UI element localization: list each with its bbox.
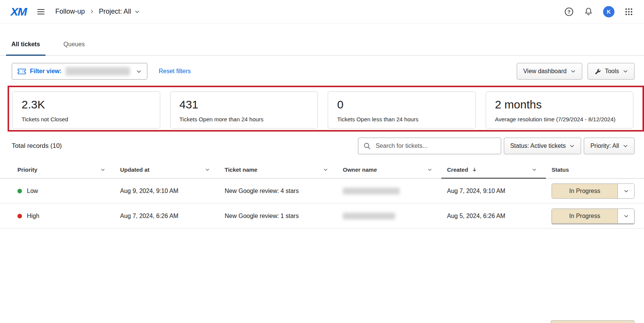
priority-label: High xyxy=(27,213,39,220)
column-header-ticket-name[interactable]: Ticket name xyxy=(219,161,337,178)
priority-label: Low xyxy=(27,188,38,194)
chevron-down-icon xyxy=(623,69,628,74)
ticket-row[interactable]: High Aug 7, 2024, 6:26 AM New Google rev… xyxy=(0,204,644,229)
priority-filter-dropdown[interactable]: Priority: All xyxy=(584,138,635,154)
column-label: Owner name xyxy=(343,166,377,173)
stat-card-open-more-24h: 431 Tickets Open more than 24 hours xyxy=(170,91,318,129)
status-filter-label: Status: Active tickets xyxy=(510,143,566,149)
status-caret[interactable] xyxy=(617,209,634,223)
stat-value: 2.3K xyxy=(22,98,151,111)
total-records-label: Total records (10) xyxy=(12,142,62,150)
filter-view-label: Filter view: xyxy=(30,68,62,75)
priority-dot xyxy=(17,214,22,218)
xm-logo[interactable]: XM xyxy=(11,5,27,18)
column-header-updated-at[interactable]: Updated at xyxy=(114,161,219,178)
breadcrumb: Follow-up Project: All xyxy=(55,8,140,16)
help-button[interactable]: ? xyxy=(564,7,574,17)
chevron-down-icon xyxy=(571,69,576,74)
partial-status-button xyxy=(551,320,635,323)
filter-toolbar: Filter view: Reset filters View dashboar… xyxy=(12,63,635,80)
tab-all-tickets[interactable]: All tickets xyxy=(6,30,45,56)
tools-button[interactable]: Tools xyxy=(588,63,635,80)
search-box xyxy=(358,138,501,154)
column-label: Priority xyxy=(17,166,38,173)
menu-button[interactable] xyxy=(36,7,45,16)
stat-card-open-less-24h: 0 Tickets Open less than 24 hours xyxy=(328,91,476,129)
column-menu-chevron-icon[interactable] xyxy=(532,167,537,172)
status-filter-dropdown[interactable]: Status: Active tickets xyxy=(504,138,581,154)
stat-label: Tickets Open less than 24 hours xyxy=(337,116,466,122)
status-value: In Progress xyxy=(552,209,617,223)
view-dashboard-button[interactable]: View dashboard xyxy=(517,63,582,80)
stat-label: Average resolution time (7/29/2024 - 8/1… xyxy=(495,116,624,122)
priority-cell: High xyxy=(12,213,114,220)
priority-dot xyxy=(17,189,22,193)
created-cell: Aug 7, 2024, 9:10 AM xyxy=(441,188,546,194)
filter-view-selector[interactable]: Filter view: xyxy=(12,63,147,80)
owner-name-cell xyxy=(337,188,441,194)
owner-name-redacted xyxy=(343,213,395,220)
bell-icon xyxy=(584,7,593,16)
ticket-row[interactable]: Low Aug 9, 2024, 9:10 AM New Google revi… xyxy=(0,179,644,204)
chevron-right-icon xyxy=(89,9,94,14)
table-header-row: Priority Updated at Ticket name Owner na… xyxy=(0,161,644,179)
status-dropdown[interactable]: In Progress xyxy=(552,209,635,224)
owner-name-redacted xyxy=(343,188,400,194)
column-header-created[interactable]: Created xyxy=(441,161,546,178)
chevron-down-icon xyxy=(134,9,140,14)
tab-queues[interactable]: Queues xyxy=(58,30,90,56)
stats-grid: 2.3K Tickets not Closed 431 Tickets Open… xyxy=(0,91,644,129)
wrench-icon xyxy=(594,68,601,75)
ticket-icon xyxy=(17,68,26,75)
stat-value: 431 xyxy=(180,98,309,111)
column-menu-chevron-icon[interactable] xyxy=(323,167,328,172)
filter-view-value-redacted xyxy=(66,67,130,75)
project-selector[interactable]: Project: All xyxy=(99,8,140,16)
notifications-button[interactable] xyxy=(584,7,593,16)
page-tabs: All tickets Queues xyxy=(0,30,644,56)
stat-label: Tickets not Closed xyxy=(22,116,151,122)
toolbar-actions: View dashboard Tools xyxy=(517,63,635,80)
svg-text:?: ? xyxy=(567,9,571,14)
chevron-down-icon xyxy=(569,143,575,149)
tickets-table: Priority Updated at Ticket name Owner na… xyxy=(0,161,644,229)
stat-value: 2 months xyxy=(495,98,624,111)
tools-label: Tools xyxy=(605,68,619,75)
column-label: Updated at xyxy=(120,166,150,173)
priority-filter-label: Priority: All xyxy=(590,143,619,149)
column-header-owner-name[interactable]: Owner name xyxy=(337,161,441,178)
column-menu-chevron-icon[interactable] xyxy=(100,167,105,172)
apps-button[interactable] xyxy=(624,7,633,16)
status-dropdown[interactable]: In Progress xyxy=(552,183,635,199)
chevron-down-icon xyxy=(624,213,629,219)
chevron-down-icon xyxy=(623,143,628,149)
user-avatar[interactable]: K xyxy=(603,6,614,17)
reset-filters-link[interactable]: Reset filters xyxy=(159,68,191,75)
stat-card-avg-resolution-time: 2 months Average resolution time (7/29/2… xyxy=(486,91,634,129)
help-icon: ? xyxy=(564,7,574,17)
top-navigation-bar: XM Follow-up Project: All ? K xyxy=(0,0,644,24)
apps-grid-icon xyxy=(624,7,633,16)
column-label: Ticket name xyxy=(225,166,257,173)
column-menu-chevron-icon[interactable] xyxy=(427,167,432,172)
status-cell: In Progress xyxy=(546,209,635,224)
owner-name-cell xyxy=(337,213,441,220)
search-input[interactable] xyxy=(358,138,501,154)
sort-descending-icon[interactable] xyxy=(472,167,477,172)
chevron-down-icon xyxy=(624,188,629,194)
column-label: Created xyxy=(447,166,468,173)
column-header-priority[interactable]: Priority xyxy=(12,161,114,178)
breadcrumb-section[interactable]: Follow-up xyxy=(55,8,85,16)
status-caret[interactable] xyxy=(617,184,634,198)
stats-section: 2.3K Tickets not Closed 431 Tickets Open… xyxy=(0,91,644,129)
created-cell: Aug 5, 2024, 6:26 AM xyxy=(441,213,546,220)
column-menu-chevron-icon[interactable] xyxy=(205,167,210,172)
column-label: Status xyxy=(552,166,569,173)
stat-value: 0 xyxy=(337,98,466,111)
hamburger-icon xyxy=(36,7,45,16)
records-controls: Status: Active tickets Priority: All xyxy=(358,138,635,154)
updated-at-cell: Aug 7, 2024, 6:26 AM xyxy=(114,213,219,220)
status-cell: In Progress xyxy=(546,183,635,199)
ticket-name-cell: New Google review: 1 stars xyxy=(219,213,337,220)
project-selector-label: Project: All xyxy=(99,8,131,16)
